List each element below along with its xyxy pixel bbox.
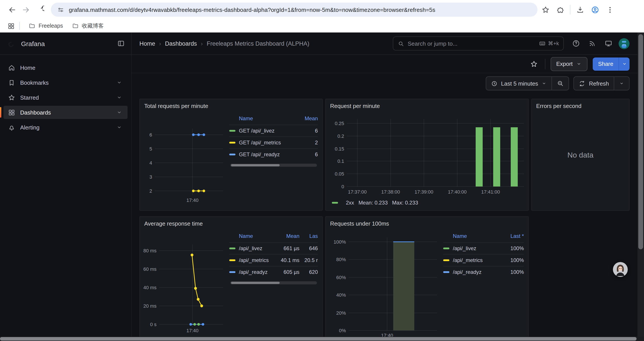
legend-scrollbar[interactable]: [230, 281, 317, 284]
series-color-pill: [229, 247, 236, 249]
legend-col-name[interactable]: Name: [453, 233, 501, 239]
horizontal-scrollbar[interactable]: [0, 336, 644, 341]
panel-title[interactable]: Errors per second: [532, 99, 629, 110]
legend-mean: Mean: 0.233: [358, 200, 388, 206]
reload-button[interactable]: [33, 3, 46, 16]
share-dropdown-button[interactable]: [618, 57, 630, 71]
profile-button[interactable]: [588, 3, 602, 17]
bookmark-folder-blogs[interactable]: 收藏博客: [67, 21, 108, 31]
legend-row[interactable]: /api/_metrics 100%: [443, 254, 524, 266]
timeseries-chart[interactable]: 80 ms 60 ms 40 ms 20 ms 0 s: [143, 228, 225, 334]
favorite-dashboard-button[interactable]: [528, 58, 540, 70]
scrollbar-thumb[interactable]: [231, 164, 280, 166]
bookmarks-divider: [19, 22, 20, 30]
kiosk-mode-button[interactable]: [602, 37, 615, 50]
sidebar: Home Bookmarks Starred Dashboards: [0, 55, 132, 336]
search-input[interactable]: Search or jump to... ⌘+k: [393, 37, 564, 51]
svg-text:3: 3: [150, 174, 152, 180]
url-text[interactable]: grafana.mathmast.com/d/deytv4rwavabkb/fr…: [69, 6, 435, 13]
export-button[interactable]: Export: [550, 57, 588, 71]
svg-text:4: 4: [150, 160, 152, 166]
area-chart[interactable]: 100% 80% 60% 40% 20% 0% 17:40: [329, 228, 439, 336]
panel-title[interactable]: Average response time: [140, 217, 322, 228]
zoom-out-button[interactable]: [552, 77, 569, 90]
profile-icon: [591, 6, 599, 14]
address-bar[interactable]: grafana.mathmast.com/d/deytv4rwavabkb/fr…: [51, 3, 538, 17]
star-icon: [8, 94, 15, 101]
legend-row[interactable]: /api/_livez 661 µs 646: [229, 242, 318, 254]
series-color-pill: [229, 259, 236, 261]
legend-col-last[interactable]: Las: [300, 233, 318, 239]
refresh-interval-dropdown[interactable]: [614, 77, 629, 90]
sidebar-item-bookmarks[interactable]: Bookmarks: [4, 76, 128, 89]
breadcrumb-dashboards[interactable]: Dashboards: [165, 40, 197, 47]
svg-text:40%: 40%: [336, 292, 346, 298]
breadcrumb-home[interactable]: Home: [140, 40, 155, 47]
legend-col-mean[interactable]: Mean: [273, 233, 300, 239]
site-settings-icon[interactable]: [57, 6, 64, 14]
svg-text:0%: 0%: [339, 328, 346, 333]
help-button[interactable]: [570, 37, 582, 50]
bookmark-folder-freeleaps[interactable]: Freeleaps: [24, 21, 67, 31]
time-range-group: Last 5 minutes: [486, 76, 569, 90]
legend-row[interactable]: GET /api/_metrics 2: [229, 137, 318, 148]
sidebar-toggle-icon[interactable]: [117, 40, 125, 47]
zoom-out-icon: [557, 80, 564, 87]
legend-row[interactable]: /api/_metrics 40.1 ms 20.5 r: [229, 254, 318, 266]
legend-scrollbar[interactable]: [230, 164, 317, 167]
panel-title[interactable]: Requests under 100ms: [326, 217, 528, 228]
legend-row[interactable]: GET /api/_readyz 6: [229, 148, 318, 160]
browser-menu-button[interactable]: [603, 3, 617, 17]
vertical-scrollbar[interactable]: [638, 33, 644, 336]
svg-text:0.25: 0.25: [335, 121, 344, 126]
share-label[interactable]: Share: [593, 57, 618, 71]
panel-requests-under-100ms: Requests under 100ms 100% 80% 60% 40%: [325, 216, 529, 336]
scrollbar-thumb[interactable]: [0, 337, 636, 340]
share-button[interactable]: Share: [593, 57, 630, 71]
legend-row[interactable]: /api/_livez 100%: [443, 242, 524, 254]
scrollbar-thumb[interactable]: [231, 282, 280, 284]
legend-col-name[interactable]: Name: [239, 233, 273, 239]
chevron-down-icon[interactable]: [116, 80, 122, 86]
topbar-brand-section: Grafana: [0, 33, 132, 55]
topbar-main: Home › Dashboards › Freeleaps Metrics Da…: [132, 33, 638, 55]
apps-grid-button[interactable]: [5, 20, 17, 32]
chevron-down-icon[interactable]: [116, 94, 122, 101]
news-button[interactable]: [586, 37, 598, 50]
sidebar-item-starred[interactable]: Starred: [4, 91, 128, 104]
scrollbar-thumb[interactable]: [638, 34, 643, 249]
chevron-down-icon[interactable]: [116, 124, 122, 130]
svg-text:60 ms: 60 ms: [143, 266, 156, 272]
sidebar-item-home[interactable]: Home: [4, 61, 128, 74]
panel-title[interactable]: Total requests per minute: [140, 99, 322, 110]
refresh-button[interactable]: Refresh: [574, 77, 614, 90]
timeseries-chart[interactable]: 6 5 4 3 2 17:40: [143, 110, 225, 205]
legend-row[interactable]: /api/_readyz 605 µs 620: [229, 266, 318, 278]
rss-icon: [588, 40, 596, 47]
bookmark-star-button[interactable]: [538, 3, 552, 17]
search-shortcut: ⌘+k: [539, 40, 559, 47]
sidebar-item-dashboards[interactable]: Dashboards: [4, 106, 128, 119]
panel-title[interactable]: Request per minute: [326, 99, 528, 110]
series-color-pill: [229, 271, 236, 273]
grafana-logo-icon[interactable]: [6, 38, 16, 49]
assistant-avatar[interactable]: [613, 262, 628, 277]
topbar-icons: [570, 37, 630, 50]
downloads-button[interactable]: [573, 3, 587, 17]
sidebar-item-label: Dashboards: [20, 109, 111, 116]
forward-button[interactable]: [19, 3, 32, 16]
legend-series-name[interactable]: 2xx: [346, 200, 354, 206]
chevron-down-icon[interactable]: [116, 109, 122, 115]
legend-col-name[interactable]: Name: [239, 115, 295, 122]
back-button[interactable]: [5, 3, 18, 16]
bar-chart[interactable]: 0.25 0.2 0.15 0.1 0.05 0 17:37:00 17:: [329, 110, 526, 194]
legend-col-mean[interactable]: Mean: [295, 115, 318, 122]
legend-row[interactable]: /api/_readyz 100%: [443, 266, 524, 278]
sidebar-item-alerting[interactable]: Alerting: [4, 121, 128, 134]
user-avatar[interactable]: [618, 38, 630, 49]
legend-row[interactable]: GET /api/_livez 6: [229, 125, 318, 137]
extensions-button[interactable]: [553, 3, 567, 17]
legend-col-last[interactable]: Last *: [501, 233, 524, 239]
time-range-picker[interactable]: Last 5 minutes: [486, 77, 552, 90]
series-color-pill: [229, 154, 236, 155]
